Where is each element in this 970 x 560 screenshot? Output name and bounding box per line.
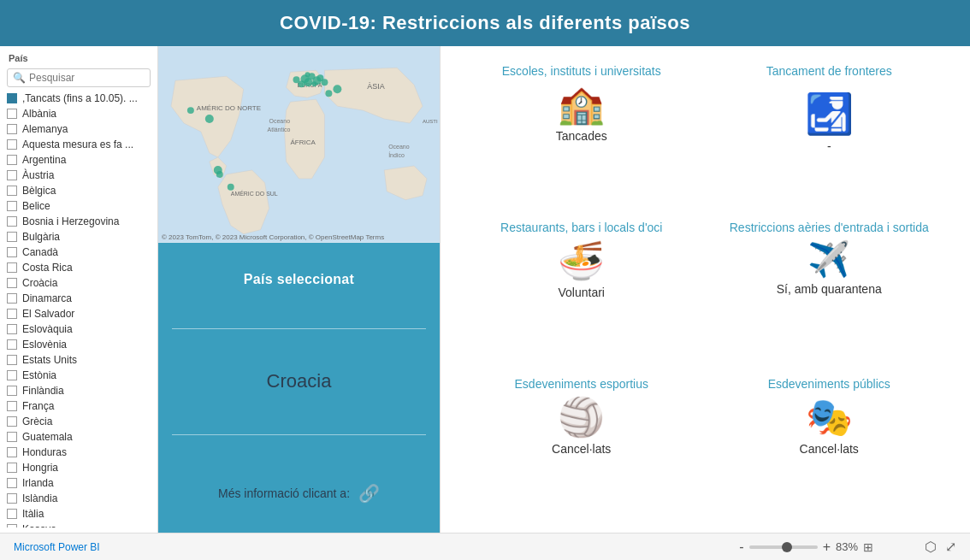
fullscreen-icon[interactable]: ⊞ [863,540,873,554]
country-checkbox[interactable] [7,232,17,242]
country-checkbox[interactable] [7,293,17,304]
country-item[interactable]: Itàlia [0,506,157,522]
country-item[interactable]: Guatemala [0,429,157,445]
svg-point-21 [205,115,214,123]
map-container[interactable]: AMÉRIC DO NORTE AMÉRIC DO SUL EUROPA ÁFR… [158,46,440,243]
country-item[interactable]: Grècia [0,414,157,429]
borders-title: Tancament de fronteres [766,63,892,79]
country-checkbox[interactable] [7,155,17,165]
country-item[interactable]: Eslovàquia [0,321,157,337]
svg-point-22 [187,107,194,114]
country-checkbox[interactable] [7,386,17,396]
main-content: País 🔍 ,Tancats (fins a 10.05). ...Albàn… [0,46,970,533]
sidebar: País 🔍 ,Tancats (fins a 10.05). ...Albàn… [0,46,158,533]
country-checkbox[interactable] [7,93,17,103]
country-checkbox[interactable] [7,324,17,334]
country-item[interactable]: Dinamarca [0,291,157,306]
air-restrictions-cell: Restriccions aèries d'entrada i sortida … [706,211,954,368]
country-item[interactable]: Eslovènia [0,337,157,352]
borders-cell: Tancament de fronteres 🛃 - [706,55,954,211]
country-checkbox[interactable] [7,447,17,457]
country-checkbox[interactable] [7,370,17,380]
zoom-minus[interactable]: - [739,539,743,555]
zoom-slider-thumb[interactable] [782,542,792,552]
country-checkbox[interactable] [7,186,17,196]
powerbi-link[interactable]: Microsoft Power BI [14,541,100,553]
sports-value: Cancel·lats [552,441,611,457]
country-item[interactable]: Canadà [0,245,157,260]
country-name: Croàcia [22,277,57,289]
center-panel: AMÉRIC DO NORTE AMÉRIC DO SUL EUROPA ÁFR… [158,46,441,533]
country-item[interactable]: Honduras [0,445,157,460]
country-item[interactable]: Àustria [0,168,157,183]
more-info-row: Més informació clicant a: 🔗 [218,483,380,504]
country-item[interactable]: Albània [0,106,157,121]
country-name: Estats Units [22,354,77,366]
country-checkbox[interactable] [7,170,17,180]
country-item[interactable]: Irlanda [0,475,157,491]
country-item[interactable]: Islàndia [0,491,157,506]
country-item[interactable]: Finlàndia [0,383,157,398]
sports-cell: Esdeveniments esportius 🏐 Cancel·lats [458,368,706,524]
country-checkbox[interactable] [7,432,17,442]
country-checkbox[interactable] [7,124,17,134]
svg-point-24 [216,171,223,178]
country-item[interactable]: Costa Rica [0,260,157,275]
svg-point-27 [333,85,341,93]
country-item[interactable]: Bèlgica [0,183,157,198]
svg-point-26 [325,90,332,97]
svg-text:Oceano: Oceano [388,144,410,150]
search-input[interactable] [29,72,145,84]
country-checkbox[interactable] [7,216,17,227]
country-checkbox[interactable] [7,355,17,365]
country-checkbox[interactable] [7,139,17,150]
sidebar-label: País [0,51,157,65]
country-checkbox[interactable] [7,262,17,273]
country-checkbox[interactable] [7,463,17,473]
country-item[interactable]: França [0,398,157,414]
country-checkbox[interactable] [7,416,17,427]
country-item[interactable]: Bulgària [0,229,157,245]
country-name: Honduras [22,446,67,458]
share-icon[interactable]: ⬡ [925,539,937,555]
country-item[interactable]: Hongria [0,460,157,475]
country-item[interactable]: Aquesta mesura es fa ... [0,137,157,152]
country-name: Bulgària [22,231,60,243]
country-item[interactable]: ,Tancats (fins a 10.05). ... [0,91,157,106]
panel-divider [172,328,426,329]
panel-divider-2 [172,434,426,435]
country-checkbox[interactable] [7,247,17,257]
country-checkbox[interactable] [7,109,17,119]
country-list: ,Tancats (fins a 10.05). ...AlbàniaAlema… [0,91,157,528]
country-checkbox[interactable] [7,339,17,350]
country-item[interactable]: Kosovo [0,522,157,528]
country-name: Bèlgica [22,185,56,197]
country-item[interactable]: Alemanya [0,121,157,137]
country-name: Belice [22,200,50,212]
selected-country-label: País seleccionat [244,272,354,287]
zoom-slider[interactable] [749,545,818,549]
country-item[interactable]: Estònia [0,368,157,383]
country-item[interactable]: Estats Units [0,352,157,368]
link-icon[interactable]: 🔗 [358,483,380,504]
borders-icon: 🛃 [805,94,854,133]
country-checkbox[interactable] [7,201,17,211]
country-item[interactable]: Croàcia [0,275,157,291]
country-item[interactable]: Belice [0,198,157,214]
expand-icon[interactable]: ⤢ [945,539,956,555]
country-checkbox[interactable] [7,309,17,319]
country-checkbox[interactable] [7,524,17,528]
country-checkbox[interactable] [7,401,17,411]
country-name: Islàndia [22,492,57,504]
country-checkbox[interactable] [7,509,17,519]
country-checkbox[interactable] [7,278,17,288]
country-checkbox[interactable] [7,478,17,488]
svg-text:AMÉRIC DO NORTE: AMÉRIC DO NORTE [197,104,261,112]
search-box[interactable]: 🔍 [7,68,151,87]
country-item[interactable]: Bosnia i Herzegovina [0,214,157,229]
country-item[interactable]: Argentina [0,152,157,168]
svg-point-15 [304,78,312,86]
country-checkbox[interactable] [7,493,17,504]
zoom-plus[interactable]: + [823,539,831,555]
country-item[interactable]: El Salvador [0,306,157,321]
